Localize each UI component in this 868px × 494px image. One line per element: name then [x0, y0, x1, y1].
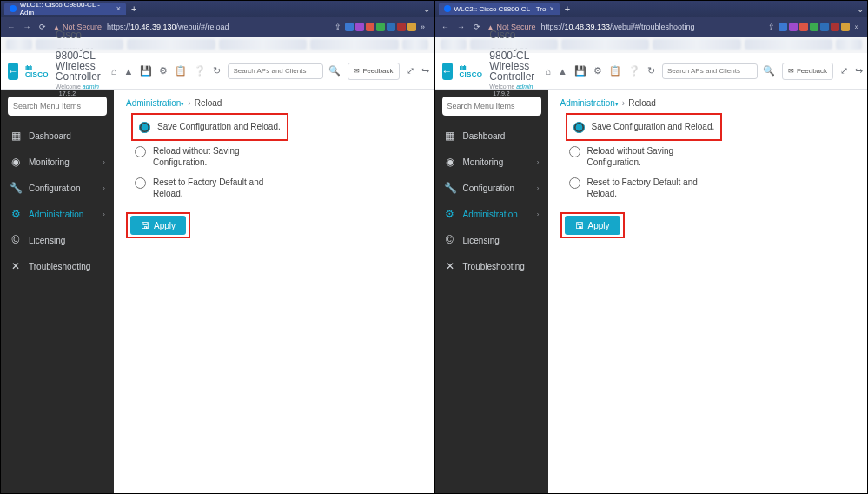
- reload-button[interactable]: ⟳: [472, 23, 482, 31]
- share-icon[interactable]: ⇪: [333, 23, 343, 31]
- tabs-menu-icon[interactable]: ⌄: [423, 4, 430, 14]
- header-search: 🔍: [662, 63, 775, 79]
- sidebar: ▦Dashboard ◉Monitoring› 🔧Configuration› …: [435, 90, 548, 493]
- license-icon: ©: [444, 234, 456, 246]
- header-icons: ⌂ ▲ 💾 ⚙ 📋 ❔ ↻: [111, 65, 222, 77]
- radio-factory-reset[interactable]: [135, 177, 146, 189]
- browser-tab[interactable]: WLC2:: Cisco C9800-CL - Tro ×: [439, 3, 560, 15]
- paste-icon[interactable]: 📋: [609, 65, 621, 77]
- back-button[interactable]: ←: [6, 23, 17, 31]
- ext-icon[interactable]: [789, 23, 798, 31]
- wrench-icon: 🔧: [10, 182, 22, 194]
- option-save-reload[interactable]: Save Configuration and Reload.: [570, 117, 719, 137]
- apply-button[interactable]: 🖫Apply: [565, 216, 620, 235]
- menu-search-input[interactable]: [8, 97, 107, 116]
- breadcrumb-root[interactable]: Administration: [560, 98, 615, 108]
- sidebar-item-troubleshooting[interactable]: ✕Troubleshooting: [435, 253, 548, 279]
- ext-icon[interactable]: [355, 23, 364, 31]
- fullscreen-icon[interactable]: ⤢: [407, 65, 414, 77]
- forward-button[interactable]: →: [22, 23, 32, 31]
- back-nav-button[interactable]: ←: [8, 63, 18, 80]
- paste-icon[interactable]: 📋: [175, 65, 187, 77]
- ext-icon[interactable]: [387, 23, 395, 31]
- overflow-icon[interactable]: »: [418, 23, 428, 31]
- url-field[interactable]: https://10.48.39.133/webui/#/troubleshoo…: [540, 23, 694, 31]
- ext-icon[interactable]: [407, 23, 416, 31]
- sidebar-item-monitoring[interactable]: ◉Monitoring›: [435, 149, 548, 175]
- help-icon[interactable]: ❔: [628, 65, 640, 77]
- close-icon[interactable]: ×: [549, 4, 553, 13]
- home-icon[interactable]: ⌂: [111, 66, 117, 77]
- radio-factory-reset[interactable]: [569, 177, 580, 189]
- ext-icon[interactable]: [841, 23, 850, 31]
- option-factory-reset[interactable]: Reset to Factory Default and Reload.: [566, 172, 856, 204]
- logout-icon[interactable]: ↪: [855, 65, 863, 77]
- sidebar-item-dashboard[interactable]: ▦Dashboard: [435, 123, 548, 149]
- breadcrumb-root[interactable]: Administration: [126, 98, 181, 108]
- gear-icon[interactable]: ⚙: [159, 65, 168, 77]
- menu-search-input[interactable]: [442, 97, 541, 116]
- search-input[interactable]: [228, 63, 323, 79]
- gear-icon[interactable]: ⚙: [593, 65, 602, 77]
- alert-icon[interactable]: ▲: [558, 66, 567, 77]
- highlight-box: 🖫Apply: [126, 212, 190, 238]
- sidebar-item-administration[interactable]: ⚙Administration›: [1, 201, 114, 227]
- option-reload-only[interactable]: Reload without Saving Configuration.: [131, 141, 421, 172]
- forward-button[interactable]: →: [456, 23, 467, 31]
- refresh-icon[interactable]: ↻: [647, 65, 655, 77]
- save-icon[interactable]: 💾: [140, 65, 152, 77]
- home-icon[interactable]: ⌂: [545, 66, 551, 77]
- ext-icon[interactable]: [366, 23, 374, 31]
- search-icon[interactable]: 🔍: [328, 65, 341, 77]
- sidebar-item-configuration[interactable]: 🔧Configuration›: [1, 175, 114, 201]
- sidebar-item-monitoring[interactable]: ◉Monitoring›: [1, 149, 114, 175]
- option-save-reload[interactable]: Save Configuration and Reload.: [136, 117, 284, 137]
- apply-button[interactable]: 🖫Apply: [130, 216, 186, 235]
- save-icon[interactable]: 💾: [574, 65, 586, 77]
- ext-icon[interactable]: [820, 23, 829, 31]
- search-icon[interactable]: 🔍: [763, 65, 775, 77]
- overflow-icon[interactable]: »: [851, 23, 862, 31]
- close-icon[interactable]: ×: [116, 4, 121, 13]
- back-nav-button[interactable]: ←: [442, 63, 453, 80]
- share-icon[interactable]: ⇪: [766, 23, 777, 31]
- radio-save-reload[interactable]: [139, 122, 150, 133]
- option-factory-reset[interactable]: Reset to Factory Default and Reload.: [131, 172, 421, 204]
- radio-reload-only[interactable]: [569, 146, 580, 157]
- sidebar-item-troubleshooting[interactable]: ✕Troubleshooting: [1, 253, 114, 279]
- url-field[interactable]: https://10.48.39.130/webui/#/reload: [107, 23, 229, 31]
- browser-tab[interactable]: WLC1:: Cisco C9800-CL - Adm ×: [4, 3, 126, 15]
- ext-icon[interactable]: [831, 23, 839, 31]
- feedback-button[interactable]: ✉ Feedback: [782, 63, 833, 80]
- ext-icon[interactable]: [779, 23, 787, 31]
- new-tab-button[interactable]: +: [565, 3, 570, 14]
- sidebar-item-administration[interactable]: ⚙Administration›: [435, 201, 548, 227]
- ext-icon[interactable]: [345, 23, 354, 31]
- radio-save-reload[interactable]: [573, 122, 585, 133]
- sidebar-item-licensing[interactable]: ©Licensing: [435, 227, 548, 253]
- reload-button[interactable]: ⟳: [37, 23, 48, 31]
- ext-icon[interactable]: [810, 23, 818, 31]
- alert-icon[interactable]: ▲: [124, 66, 134, 77]
- refresh-icon[interactable]: ↻: [213, 65, 221, 77]
- fullscreen-icon[interactable]: ⤢: [840, 65, 848, 77]
- sidebar-item-configuration[interactable]: 🔧Configuration›: [435, 175, 548, 201]
- tabs-menu-icon[interactable]: ⌄: [857, 4, 864, 14]
- sidebar-item-licensing[interactable]: ©Licensing: [1, 227, 114, 253]
- radio-reload-only[interactable]: [135, 146, 146, 157]
- feedback-button[interactable]: ✉ Feedback: [348, 63, 399, 80]
- new-tab-button[interactable]: +: [131, 3, 136, 14]
- breadcrumb: Administration▾›Reload: [126, 98, 421, 108]
- logout-icon[interactable]: ↪: [421, 65, 429, 77]
- sidebar-item-dashboard[interactable]: ▦Dashboard: [1, 123, 114, 149]
- page-title: Cisco Catalyst 9800-CL Wireless Controll…: [56, 30, 101, 82]
- search-input[interactable]: [662, 63, 758, 79]
- help-icon[interactable]: ❔: [194, 65, 206, 77]
- sidebar: ▦Dashboard ◉Monitoring› 🔧Configuration› …: [1, 90, 114, 493]
- back-button[interactable]: ←: [441, 23, 451, 31]
- option-reload-only[interactable]: Reload without Saving Configuration.: [566, 141, 856, 172]
- tab-title: WLC2:: Cisco C9800-CL - Tro: [454, 5, 547, 13]
- ext-icon[interactable]: [376, 23, 385, 31]
- ext-icon[interactable]: [397, 23, 406, 31]
- ext-icon[interactable]: [799, 23, 808, 31]
